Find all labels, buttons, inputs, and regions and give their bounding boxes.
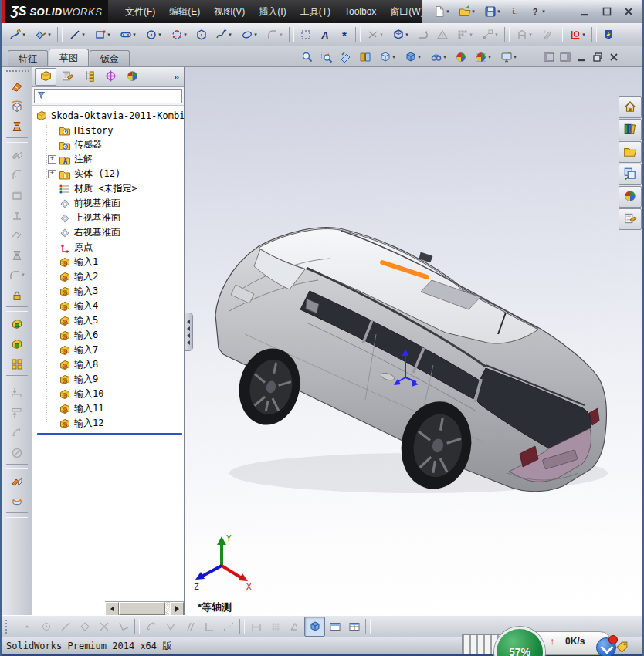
scroll-right-button[interactable] xyxy=(170,602,184,616)
displaymanager-tab-icon[interactable] xyxy=(121,68,143,86)
view-orientation-icon[interactable]: ▾ xyxy=(375,48,400,66)
filter-input[interactable] xyxy=(46,90,181,102)
smart-dimension-sketch-icon[interactable]: ▾ xyxy=(30,25,56,44)
insert-below-icon[interactable]: ▾ xyxy=(5,382,29,402)
design-library-tab-icon[interactable] xyxy=(619,119,642,140)
zoom-fit-icon[interactable]: ▾ xyxy=(297,48,317,66)
snap-length-icon[interactable]: ▾ xyxy=(246,617,266,636)
straight-slot-icon[interactable]: ▾ xyxy=(115,25,141,44)
open-button[interactable]: ▾ xyxy=(454,2,480,21)
menu-file[interactable]: 文件(F) xyxy=(119,2,161,22)
extruded-boss-icon[interactable]: ▾ xyxy=(5,76,29,96)
tab-features[interactable]: 特征 xyxy=(8,50,48,66)
menu-edit[interactable]: 编辑(E) xyxy=(163,2,206,22)
suppress-icon[interactable]: ▾ xyxy=(5,442,29,462)
extruded-cut-icon[interactable]: ▾ xyxy=(5,184,29,205)
view-palette-tab-icon[interactable] xyxy=(619,164,642,185)
snap-intersection-icon[interactable]: ▾ xyxy=(94,617,114,636)
maximize-button[interactable] xyxy=(598,2,616,21)
snap-quadrant-icon[interactable]: ▾ xyxy=(75,617,94,636)
snap-angle-value-icon[interactable]: ▾ xyxy=(285,617,304,636)
combine-bodies-icon[interactable]: ▾ xyxy=(5,313,29,333)
perimeter-circle-icon[interactable]: ▾ xyxy=(166,25,192,44)
revolved-boss-icon[interactable]: ▾ xyxy=(5,96,29,116)
fold-icon[interactable]: ▾ xyxy=(5,471,29,491)
corner-rectangle-icon[interactable]: ▾ xyxy=(90,25,115,44)
header-overflow-chevron-icon[interactable]: » xyxy=(174,71,181,83)
file-explorer-tab-icon[interactable] xyxy=(619,141,642,163)
snap-tangent-icon[interactable]: ▾ xyxy=(141,617,161,636)
previous-view-icon[interactable]: ▾ xyxy=(336,48,355,66)
menu-toolbox[interactable]: Toolbox xyxy=(338,3,382,20)
section-view-icon[interactable]: ▾ xyxy=(355,48,375,66)
viewport-four-icon[interactable]: ▾ xyxy=(344,617,364,636)
doc-minimize-button[interactable] xyxy=(574,50,588,63)
shaded-view-icon[interactable]: ▾ xyxy=(304,617,325,637)
ellipse-icon[interactable]: ▾ xyxy=(236,25,262,44)
line-icon[interactable]: ▾ xyxy=(64,25,90,44)
split-body-icon[interactable]: ▾ xyxy=(5,422,29,442)
dimxpertmanager-tab-icon[interactable] xyxy=(100,68,121,86)
save-button[interactable]: ▾ xyxy=(480,2,505,21)
display-style-icon[interactable]: ▾ xyxy=(400,48,425,66)
tree-item-import-3[interactable]: + 输入3 xyxy=(48,284,184,299)
pattern-bodies-icon[interactable]: ▾ xyxy=(5,353,29,374)
hole-wizard-icon[interactable]: ▾ xyxy=(5,285,29,305)
offset-entities-icon[interactable]: ▾ xyxy=(413,25,432,44)
expand-toggle[interactable]: + xyxy=(48,170,56,178)
custom-properties-tab-icon[interactable] xyxy=(619,208,642,230)
options-more-button[interactable]: i..▾ xyxy=(505,2,524,21)
tree-item-import-4[interactable]: + 输入4 xyxy=(48,299,184,313)
tree-item-import-11[interactable]: + 输入11 xyxy=(48,401,184,416)
pane-left-button[interactable] xyxy=(541,50,556,63)
apply-scene-icon[interactable]: ▾ xyxy=(470,48,496,66)
snap-midpoint-icon[interactable]: ▾ xyxy=(161,617,180,636)
tree-item-material[interactable]: + 材质 <未指定> xyxy=(48,181,184,196)
lofted-boss-icon[interactable]: ▾ xyxy=(5,116,29,136)
swept-boss-icon[interactable]: ▾ xyxy=(5,144,29,164)
tree-item-sensors[interactable]: + 传感器 xyxy=(48,137,184,152)
tree-item-import-6[interactable]: + 输入6 xyxy=(48,328,184,343)
close-button[interactable] xyxy=(619,2,638,21)
convert-entities-icon[interactable]: ▾ xyxy=(388,25,413,44)
tree-item-history[interactable]: + History xyxy=(48,123,184,137)
snap-grid-icon[interactable]: ▾ xyxy=(266,617,285,636)
tree-item-import-9[interactable]: + 输入9 xyxy=(48,372,184,387)
swept-cut-icon[interactable]: ▾ xyxy=(5,225,29,245)
configurationmanager-tab-icon[interactable] xyxy=(78,68,100,86)
panel-splitter-handle[interactable] xyxy=(185,313,193,351)
propertymanager-tab-icon[interactable] xyxy=(56,68,78,86)
display-relations-icon[interactable]: ▾ xyxy=(511,25,537,44)
graphics-area[interactable]: Y X Z *等轴测 xyxy=(185,67,642,615)
doc-restore-button[interactable] xyxy=(590,50,605,63)
insert-above-icon[interactable]: ▾ xyxy=(5,402,29,422)
revolved-cut-icon[interactable]: ▾ xyxy=(5,205,29,225)
trim-entities-icon[interactable]: ▾ xyxy=(362,25,388,44)
snap-line-icon[interactable]: ▾ xyxy=(56,617,75,636)
scroll-left-button[interactable] xyxy=(105,602,119,616)
move-entities-icon[interactable]: ▾ xyxy=(477,25,503,44)
sketch-fillet-icon[interactable]: ▾ xyxy=(262,25,287,44)
snap-angle-icon[interactable]: ▾ xyxy=(114,617,133,636)
tree-item-import-2[interactable]: + 输入2 xyxy=(48,269,184,284)
tree-item-right-plane[interactable]: + 右视基准面 xyxy=(48,225,184,240)
instant2d-icon[interactable]: ▾ xyxy=(598,25,618,44)
sketch-warning-icon[interactable]: !▾ xyxy=(432,25,452,44)
tree-item-import-10[interactable]: + 输入10 xyxy=(48,387,184,401)
tree-item-top-plane[interactable]: + 上视基准面 xyxy=(48,211,184,225)
help-button[interactable]: ?▾ xyxy=(524,2,550,21)
overlay-monitor-widget[interactable]: 57% ↑ 0K/s xyxy=(460,627,630,656)
new-document-button[interactable]: ▾ xyxy=(429,2,454,21)
hide-show-items-icon[interactable]: ▾ xyxy=(425,48,451,66)
boundary-boss-icon[interactable]: ▾ xyxy=(5,164,29,184)
toolbar-grip[interactable] xyxy=(5,69,29,74)
add-relation-icon[interactable]: +▾ xyxy=(537,25,556,44)
sketch-text-icon[interactable]: A▾ xyxy=(315,25,334,44)
car-model[interactable] xyxy=(214,218,615,496)
dome-icon[interactable]: ▾ xyxy=(3,265,31,285)
snap-perpendicular-icon[interactable]: ▾ xyxy=(199,617,219,636)
polygon-icon[interactable]: ▾ xyxy=(192,25,211,44)
doc-close-button[interactable] xyxy=(606,50,621,63)
tree-item-import-8[interactable]: + 输入8 xyxy=(48,357,184,372)
unfold-icon[interactable]: ▾ xyxy=(5,491,29,511)
